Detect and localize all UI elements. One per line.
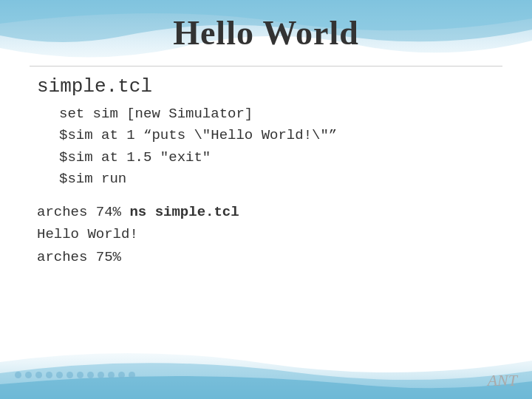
terminal-line-1: arches 74% ns simple.tcl bbox=[37, 201, 502, 223]
ant-logo: ANT bbox=[488, 371, 517, 390]
code-line-4: $sim run bbox=[59, 171, 126, 187]
dot-2 bbox=[25, 372, 32, 378]
code-line-1: set sim [new Simulator] bbox=[59, 106, 253, 122]
dot-8 bbox=[87, 372, 94, 378]
page-title: Hello World bbox=[30, 0, 502, 66]
terminal-prefix-1: arches 74% bbox=[37, 204, 129, 220]
dot-12 bbox=[129, 372, 135, 378]
dot-7 bbox=[77, 372, 83, 378]
dot-5 bbox=[56, 372, 63, 378]
dot-9 bbox=[98, 372, 104, 378]
dot-6 bbox=[66, 372, 73, 378]
terminal-line-2: Hello World! bbox=[37, 223, 502, 245]
divider bbox=[30, 66, 502, 66]
main-content: Hello World simple.tcl set sim [new Simu… bbox=[0, 0, 532, 268]
terminal-line-3: arches 75% bbox=[37, 246, 502, 268]
terminal-bold-1: ns simple.tcl bbox=[129, 204, 239, 220]
terminal-output: arches 74% ns simple.tcl Hello World! ar… bbox=[30, 201, 502, 268]
dot-1 bbox=[15, 372, 21, 378]
bottom-decoration bbox=[0, 340, 532, 399]
code-line-3: $sim at 1.5 "exit" bbox=[59, 149, 211, 166]
filename-label: simple.tcl bbox=[30, 75, 502, 98]
dot-10 bbox=[108, 372, 115, 378]
code-line-2: $sim at 1 “puts \"Hello World!\"” bbox=[59, 127, 337, 143]
dot-4 bbox=[46, 372, 52, 378]
dot-3 bbox=[35, 372, 42, 378]
bottom-dots bbox=[15, 372, 135, 378]
code-block: set sim [new Simulator] $sim at 1 “puts … bbox=[30, 103, 502, 191]
dot-11 bbox=[118, 372, 125, 378]
